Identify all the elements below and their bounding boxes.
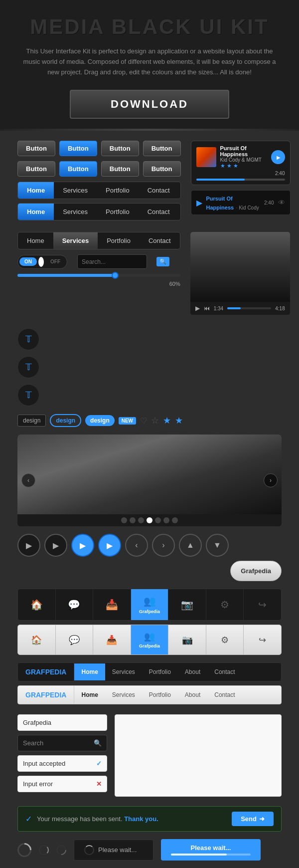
icon-tab-home-light[interactable]: 🏠	[18, 625, 56, 654]
small-play-btn[interactable]: ▶	[196, 198, 202, 208]
progress-bar-1[interactable]	[196, 179, 285, 181]
gn-portfolio-light[interactable]: Portfolio	[142, 686, 178, 703]
nav-item-portfolio-2[interactable]: Portfolio	[97, 204, 139, 220]
icon-tab-share-light[interactable]: ↪	[244, 625, 281, 654]
button-dark-6[interactable]: Button	[143, 161, 181, 177]
icon-tab-settings-light[interactable]: ⚙	[206, 625, 244, 654]
ctrl-down[interactable]: ▼	[206, 534, 229, 557]
success-check-icon: ✓	[25, 814, 32, 824]
dot-1[interactable]	[121, 517, 127, 523]
nav-item-services-2[interactable]: Services	[54, 204, 97, 220]
message-textarea[interactable]	[115, 714, 282, 797]
gn-services-light[interactable]: Services	[105, 686, 142, 703]
button-blue-2[interactable]: Button	[59, 161, 97, 177]
search-input-container[interactable]: 🔍	[77, 254, 147, 269]
twitter-icon-3[interactable]: 𝕋	[17, 384, 39, 406]
input-accepted[interactable]: Input accepted ✓	[17, 755, 107, 772]
heart-icon[interactable]: ♡	[140, 416, 147, 426]
toggle-switch-1[interactable]: ON OFF	[17, 255, 67, 269]
dd-nav-home[interactable]: Home	[18, 232, 53, 249]
grafpedia-button[interactable]: Grafpedia	[230, 561, 282, 581]
star-icon-1[interactable]: ☆	[151, 415, 159, 426]
input-error[interactable]: Input error ✕	[17, 776, 107, 792]
twitter-icon-1[interactable]: 𝕋	[17, 328, 39, 350]
ctrl-prev[interactable]: ‹	[125, 534, 148, 557]
button-blue-1[interactable]: Button	[59, 141, 97, 156]
dd-nav-contact[interactable]: Contact	[140, 232, 180, 249]
ctrl-play-2[interactable]: ▶	[44, 534, 67, 557]
dot-7[interactable]	[172, 517, 178, 523]
gn-contact-dark[interactable]: Contact	[207, 663, 242, 680]
search-input[interactable]	[82, 258, 156, 265]
icon-tab-share-dark[interactable]: ↪	[244, 589, 281, 620]
ctrl-up[interactable]: ▲	[179, 534, 202, 557]
icon-tab-chat-dark[interactable]: 💬	[56, 589, 94, 620]
vc-play[interactable]: ▶	[195, 305, 200, 312]
nav-item-home-1[interactable]: Home	[18, 182, 54, 199]
search-input-dark[interactable]: Search 🔍	[17, 735, 107, 751]
icon-tab-users-light[interactable]: 👥 Grafpedia	[131, 625, 169, 654]
icon-tab-chat-light[interactable]: 💬	[56, 625, 94, 654]
gn-about-dark[interactable]: About	[178, 663, 207, 680]
dot-6[interactable]	[163, 517, 169, 523]
gn-home-light[interactable]: Home	[74, 686, 105, 703]
ctrl-play-1[interactable]: ▶	[17, 534, 40, 557]
eye-icon[interactable]: 👁	[278, 199, 285, 207]
dd-nav-portfolio[interactable]: Portfolio	[98, 232, 140, 249]
carousel-left-arrow[interactable]: ‹	[21, 473, 35, 487]
gn-services-dark[interactable]: Services	[105, 663, 142, 680]
twitter-icon-2[interactable]: 𝕋	[17, 356, 39, 378]
blue-progress-bar	[171, 854, 251, 856]
nav-item-home-2[interactable]: Home	[18, 204, 54, 220]
toggle-search-row: ON OFF 🔍	[17, 254, 180, 269]
icon-tab-download-light[interactable]: 📥	[93, 625, 131, 654]
wait-button-dark[interactable]: Please wait...	[74, 840, 153, 861]
icon-tab-download-dark[interactable]: 📥	[93, 589, 131, 620]
ctrl-next[interactable]: ›	[152, 534, 175, 557]
tag-design-dark[interactable]: design	[17, 415, 46, 427]
tag-design-outline[interactable]: design	[50, 414, 81, 427]
icon-tab-settings-dark[interactable]: ⚙	[206, 589, 244, 620]
play-button-1[interactable]	[271, 150, 285, 164]
dot-5[interactable]	[155, 517, 161, 523]
volume-slider[interactable]	[17, 274, 180, 277]
icon-tab-camera-dark[interactable]: 📷	[168, 589, 206, 620]
x-icon: ✕	[96, 780, 102, 788]
download-button[interactable]: DOWNLOAD	[70, 90, 229, 119]
gn-home-dark[interactable]: Home	[74, 663, 105, 680]
tag-design-solid[interactable]: design	[85, 415, 115, 426]
icon-tab-camera-light[interactable]: 📷	[168, 625, 206, 654]
icon-tab-users-dark[interactable]: 👥 Grafpedia	[131, 589, 169, 620]
button-dark-3[interactable]: Button	[143, 141, 181, 156]
nav-bar-1: Home Services Portfolio Contact	[17, 182, 181, 199]
dd-nav-services[interactable]: Services Webdesign Illustration → Print …	[53, 232, 98, 249]
nav-item-contact-1[interactable]: Contact	[139, 182, 179, 199]
grafpedia-nav-items-light: Home Services Portfolio About Contact	[74, 686, 281, 703]
dot-4[interactable]	[147, 517, 152, 523]
dot-2[interactable]	[130, 517, 136, 523]
wait-button-blue[interactable]: Please wait...	[161, 839, 261, 861]
vc-progress-fill	[227, 307, 240, 309]
carousel-right-arrow[interactable]: ›	[264, 473, 278, 487]
gn-portfolio-dark[interactable]: Portfolio	[142, 663, 178, 680]
send-button[interactable]: Send ➜	[232, 812, 274, 826]
gn-contact-light[interactable]: Contact	[207, 686, 242, 703]
dot-3[interactable]	[138, 517, 144, 523]
button-dark-5[interactable]: Button	[101, 161, 139, 177]
button-dark-4[interactable]: Button	[17, 161, 55, 177]
nav-item-portfolio-1[interactable]: Portfolio	[97, 182, 139, 199]
button-dark-2[interactable]: Button	[101, 141, 139, 156]
ctrl-play-4[interactable]: ▶	[98, 534, 121, 557]
ctrl-play-3[interactable]: ▶	[71, 534, 94, 557]
gn-about-light[interactable]: About	[178, 686, 207, 703]
button-dark-1[interactable]: Button	[17, 141, 55, 156]
star-icon-3[interactable]: ★	[175, 415, 183, 426]
nav-item-contact-2[interactable]: Contact	[139, 204, 179, 220]
nav-item-services-1[interactable]: Services	[54, 182, 97, 199]
vc-progress[interactable]	[227, 307, 271, 309]
star-icon-2[interactable]: ★	[163, 415, 171, 426]
search-button[interactable]: 🔍	[156, 257, 169, 266]
icon-tab-home-dark[interactable]: 🏠	[18, 589, 56, 620]
vc-prev[interactable]: ⏮	[204, 305, 210, 312]
grafpedia-input[interactable]	[17, 714, 107, 731]
